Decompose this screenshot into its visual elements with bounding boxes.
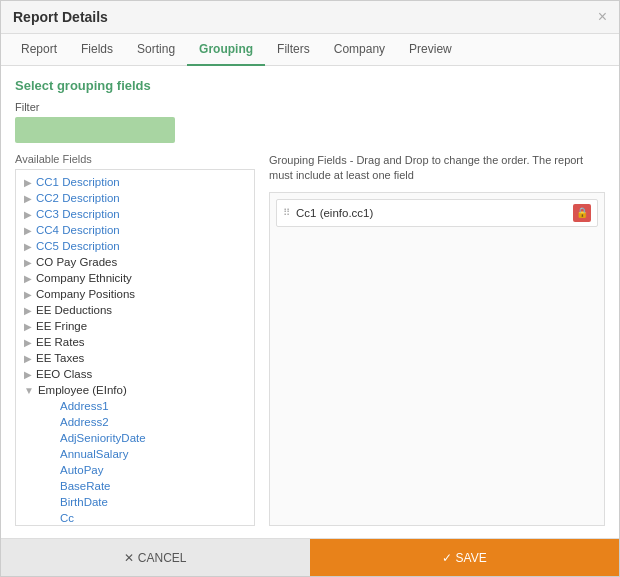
available-fields-label: Available Fields	[15, 153, 255, 165]
tab-fields[interactable]: Fields	[69, 34, 125, 66]
field-item-annualsalary[interactable]: AnnualSalary	[16, 446, 254, 462]
field-arrow-cc2desc: ▶	[24, 193, 32, 204]
grouping-field-cc1: ⠿Cc1 (einfo.cc1)🔒	[276, 199, 598, 227]
tab-sorting[interactable]: Sorting	[125, 34, 187, 66]
field-item-companyethnicity[interactable]: ▶Company Ethnicity	[16, 270, 254, 286]
field-arrow-cc4desc: ▶	[24, 225, 32, 236]
tab-company[interactable]: Company	[322, 34, 397, 66]
field-label-cc1desc: CC1 Description	[36, 176, 120, 188]
field-item-address2[interactable]: Address2	[16, 414, 254, 430]
field-label-cc: Cc	[44, 512, 74, 524]
cancel-button[interactable]: ✕ CANCEL	[1, 539, 310, 576]
columns-area: Available Fields ▶CC1 Description▶CC2 De…	[15, 153, 605, 526]
field-label-cc3desc: CC3 Description	[36, 208, 120, 220]
field-label-annualsalary: AnnualSalary	[44, 448, 128, 460]
field-arrow-companypositions: ▶	[24, 289, 32, 300]
drag-handle-cc1[interactable]: ⠿	[283, 207, 290, 218]
field-label-eeoclass: EEO Class	[36, 368, 92, 380]
field-arrow-copaygrade: ▶	[24, 257, 32, 268]
field-item-companypositions[interactable]: ▶Company Positions	[16, 286, 254, 302]
field-label-companypositions: Company Positions	[36, 288, 135, 300]
field-item-autopay[interactable]: AutoPay	[16, 462, 254, 478]
grouping-fields-area[interactable]: ⠿Cc1 (einfo.cc1)🔒	[269, 192, 605, 526]
save-button[interactable]: ✓ SAVE	[310, 539, 619, 576]
field-item-eefringe[interactable]: ▶EE Fringe	[16, 318, 254, 334]
dialog-header: Report Details ×	[1, 1, 619, 34]
report-details-dialog: Report Details × ReportFieldsSortingGrou…	[0, 0, 620, 577]
field-label-employeeinfo: Employee (EInfo)	[38, 384, 127, 396]
field-item-eedeductions[interactable]: ▶EE Deductions	[16, 302, 254, 318]
grouping-info: Grouping Fields - Drag and Drop to chang…	[269, 153, 605, 184]
field-item-address1[interactable]: Address1	[16, 398, 254, 414]
field-label-cc2desc: CC2 Description	[36, 192, 120, 204]
field-arrow-eeoclass: ▶	[24, 369, 32, 380]
field-item-adjsenioritydate[interactable]: AdjSeniorityDate	[16, 430, 254, 446]
tab-grouping[interactable]: Grouping	[187, 34, 265, 66]
field-label-address2: Address2	[44, 416, 109, 428]
field-item-eeoclass[interactable]: ▶EEO Class	[16, 366, 254, 382]
field-arrow-companyethnicity: ▶	[24, 273, 32, 284]
remove-grouping-field-cc1[interactable]: 🔒	[573, 204, 591, 222]
field-arrow-cc1desc: ▶	[24, 177, 32, 188]
field-label-adjsenioritydate: AdjSeniorityDate	[44, 432, 146, 444]
section-title: Select grouping fields	[15, 78, 605, 93]
field-label-eerates: EE Rates	[36, 336, 85, 348]
field-label-address1: Address1	[44, 400, 109, 412]
field-item-cc4desc[interactable]: ▶CC4 Description	[16, 222, 254, 238]
field-item-cc[interactable]: Cc	[16, 510, 254, 526]
field-label-eedeductions: EE Deductions	[36, 304, 112, 316]
field-label-companyethnicity: Company Ethnicity	[36, 272, 132, 284]
tab-preview[interactable]: Preview	[397, 34, 464, 66]
close-button[interactable]: ×	[598, 9, 607, 25]
field-arrow-eetaxes: ▶	[24, 353, 32, 364]
grouping-field-label-cc1: Cc1 (einfo.cc1)	[296, 207, 573, 219]
dialog-title: Report Details	[13, 9, 108, 25]
field-item-birthdate[interactable]: BirthDate	[16, 494, 254, 510]
field-item-eetaxes[interactable]: ▶EE Taxes	[16, 350, 254, 366]
field-item-cc3desc[interactable]: ▶CC3 Description	[16, 206, 254, 222]
available-fields-panel: Available Fields ▶CC1 Description▶CC2 De…	[15, 153, 255, 526]
field-item-eerates[interactable]: ▶EE Rates	[16, 334, 254, 350]
dialog-body: Select grouping fields Filter Available …	[1, 66, 619, 538]
field-label-baserate: BaseRate	[44, 480, 111, 492]
field-item-baserate[interactable]: BaseRate	[16, 478, 254, 494]
tab-filters[interactable]: Filters	[265, 34, 322, 66]
field-label-cc4desc: CC4 Description	[36, 224, 120, 236]
field-label-eefringe: EE Fringe	[36, 320, 87, 332]
field-item-cc1desc[interactable]: ▶CC1 Description	[16, 174, 254, 190]
field-item-employeeinfo[interactable]: ▼Employee (EInfo)	[16, 382, 254, 398]
tab-report[interactable]: Report	[9, 34, 69, 66]
field-label-eetaxes: EE Taxes	[36, 352, 84, 364]
field-arrow-eedeductions: ▶	[24, 305, 32, 316]
field-label-copaygrade: CO Pay Grades	[36, 256, 117, 268]
field-arrow-cc3desc: ▶	[24, 209, 32, 220]
field-label-cc5desc: CC5 Description	[36, 240, 120, 252]
field-arrow-eerates: ▶	[24, 337, 32, 348]
filter-label: Filter	[15, 101, 605, 113]
field-label-birthdate: BirthDate	[44, 496, 108, 508]
field-item-cc5desc[interactable]: ▶CC5 Description	[16, 238, 254, 254]
grouping-panel: Grouping Fields - Drag and Drop to chang…	[269, 153, 605, 526]
filter-input-box[interactable]	[15, 117, 175, 143]
fields-list[interactable]: ▶CC1 Description▶CC2 Description▶CC3 Des…	[15, 169, 255, 526]
tab-bar: ReportFieldsSortingGroupingFiltersCompan…	[1, 34, 619, 66]
field-arrow-eefringe: ▶	[24, 321, 32, 332]
field-label-autopay: AutoPay	[44, 464, 103, 476]
field-arrow-cc5desc: ▶	[24, 241, 32, 252]
dialog-footer: ✕ CANCEL ✓ SAVE	[1, 538, 619, 576]
field-item-cc2desc[interactable]: ▶CC2 Description	[16, 190, 254, 206]
field-arrow-employeeinfo: ▼	[24, 385, 34, 396]
field-item-copaygrade[interactable]: ▶CO Pay Grades	[16, 254, 254, 270]
